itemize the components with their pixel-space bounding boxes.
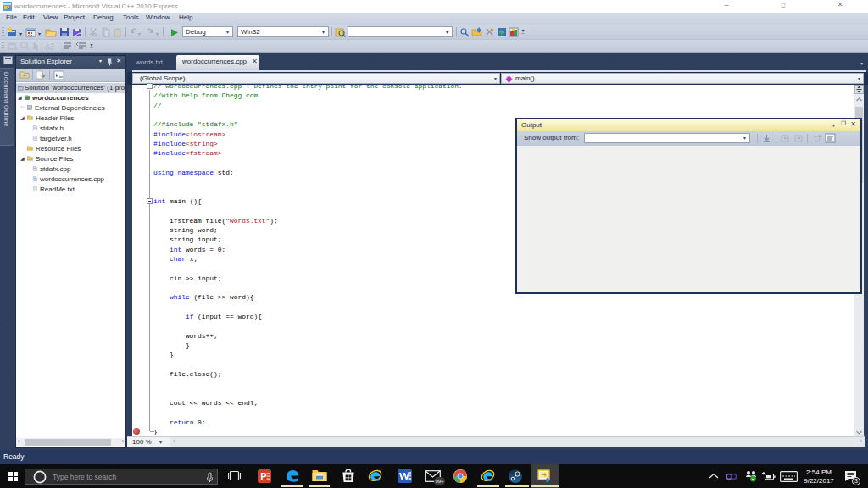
svg-text:P: P <box>260 471 266 481</box>
svg-text:A: A <box>45 42 51 51</box>
